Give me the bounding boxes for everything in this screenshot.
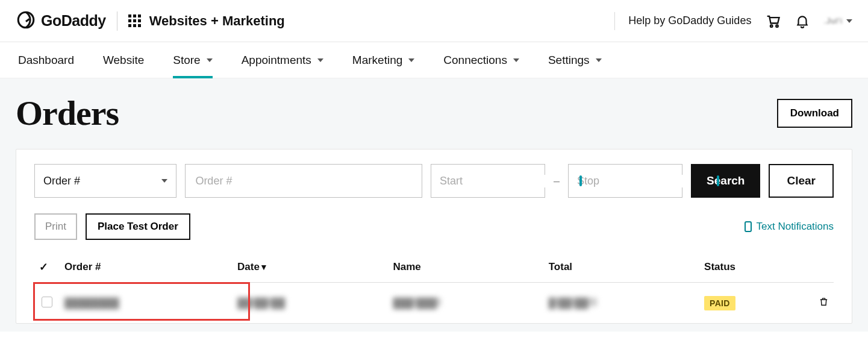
trash-icon[interactable] bbox=[819, 296, 829, 310]
chevron-down-icon bbox=[317, 58, 323, 62]
nav-label: Settings bbox=[548, 54, 590, 67]
cell-name: ███ ███ bbox=[393, 298, 441, 306]
user-menu[interactable]: .Jul'i bbox=[823, 16, 852, 25]
calendar-icon bbox=[717, 175, 719, 186]
cell-date: ██-██-██ bbox=[237, 298, 286, 306]
text-notifications-link[interactable]: Text Notifications bbox=[745, 221, 834, 233]
chevron-down-icon bbox=[408, 58, 414, 62]
section-title: Websites + Marketing bbox=[149, 13, 285, 29]
start-date-input[interactable] bbox=[431, 164, 545, 198]
col-name[interactable]: Name bbox=[388, 254, 543, 283]
chevron-down-icon bbox=[596, 58, 602, 62]
nav-store[interactable]: Store bbox=[173, 42, 212, 78]
main-nav: Dashboard Website Store Appointments Mar… bbox=[0, 42, 868, 78]
brand-name[interactable]: GoDaddy bbox=[41, 12, 106, 30]
nav-label: Marketing bbox=[352, 54, 402, 67]
select-label: Order # bbox=[43, 175, 161, 187]
bell-icon[interactable] bbox=[795, 13, 810, 29]
cell-total: █ ██.██ bbox=[549, 298, 597, 306]
text-notifications-label: Text Notifications bbox=[757, 221, 834, 233]
col-total[interactable]: Total bbox=[544, 254, 699, 283]
cart-icon[interactable] bbox=[764, 13, 781, 30]
cell-order-number: ████████ bbox=[64, 298, 119, 306]
chevron-down-icon bbox=[513, 58, 519, 62]
order-number-input[interactable] bbox=[185, 164, 422, 198]
nav-appointments[interactable]: Appointments bbox=[242, 42, 323, 78]
nav-marketing[interactable]: Marketing bbox=[352, 42, 414, 78]
search-type-select[interactable]: Order # bbox=[34, 164, 176, 198]
orders-table: ✓ Order # Date▼ Name Total Status ██████… bbox=[34, 254, 834, 323]
col-status[interactable]: Status bbox=[699, 254, 810, 283]
clear-button[interactable]: Clear bbox=[769, 164, 834, 198]
range-dash: – bbox=[554, 175, 560, 187]
apps-grid-icon[interactable] bbox=[128, 14, 141, 27]
print-button[interactable]: Print bbox=[34, 213, 77, 240]
sort-desc-icon: ▼ bbox=[260, 262, 268, 272]
nav-connections[interactable]: Connections bbox=[443, 42, 519, 78]
brand-logo-icon bbox=[16, 10, 36, 33]
nav-label: Website bbox=[103, 54, 144, 67]
col-order[interactable]: Order # bbox=[60, 254, 233, 283]
page-title: Orders bbox=[16, 93, 119, 133]
help-link[interactable]: Help by GoDaddy Guides bbox=[628, 14, 751, 27]
nav-label: Store bbox=[173, 54, 200, 67]
nav-label: Dashboard bbox=[18, 54, 74, 67]
col-date[interactable]: Date▼ bbox=[233, 254, 388, 283]
svg-point-0 bbox=[770, 25, 773, 27]
place-test-order-button[interactable]: Place Test Order bbox=[86, 213, 190, 240]
nav-label: Appointments bbox=[242, 54, 311, 67]
chevron-down-icon bbox=[846, 19, 852, 23]
phone-icon bbox=[745, 221, 752, 232]
select-all-checkbox[interactable]: ✓ bbox=[39, 261, 48, 273]
nav-settings[interactable]: Settings bbox=[548, 42, 602, 78]
svg-point-1 bbox=[776, 25, 779, 27]
stop-date-input[interactable] bbox=[568, 164, 682, 198]
chevron-down-icon bbox=[161, 179, 167, 183]
divider bbox=[614, 12, 615, 30]
nav-website[interactable]: Website bbox=[103, 42, 144, 78]
divider bbox=[117, 11, 117, 31]
status-badge: PAID bbox=[704, 296, 735, 310]
row-checkbox[interactable] bbox=[42, 297, 52, 307]
chevron-down-icon bbox=[207, 58, 213, 62]
orders-panel: Order # – Search Clear Print Place Test … bbox=[16, 149, 852, 324]
user-name: .Jul'i bbox=[823, 16, 843, 25]
nav-dashboard[interactable]: Dashboard bbox=[18, 42, 74, 78]
calendar-icon bbox=[579, 175, 582, 186]
search-button[interactable]: Search bbox=[691, 164, 760, 198]
table-row[interactable]: ████████ ██-██-██ ███ ███ █ ██.██ PAID bbox=[34, 283, 834, 324]
download-button[interactable]: Download bbox=[777, 99, 852, 128]
nav-label: Connections bbox=[443, 54, 507, 67]
